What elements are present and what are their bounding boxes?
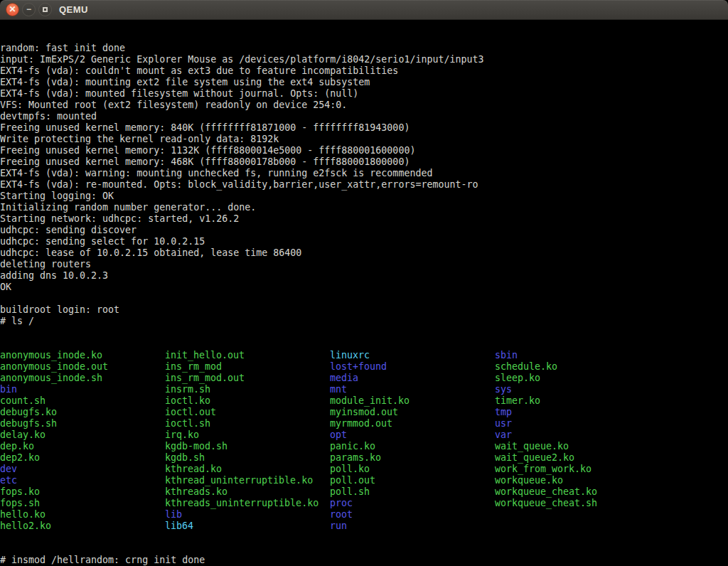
boot-log: random: fast init doneinput: ImExPS/2 Ge… [0, 43, 728, 327]
file-entry: dep2.ko [0, 452, 165, 464]
console-line: Starting network: udhcpc: started, v1.26… [0, 213, 728, 225]
file-entry: wait_queue2.ko [495, 452, 660, 464]
console-line: EXT4-fs (vda): warning: mounting uncheck… [0, 168, 728, 179]
maximize-icon [43, 7, 48, 12]
ls-column: sbinschedule.kosleep.kosystimer.kotmpusr… [495, 350, 660, 532]
file-entry: work_from_work.ko [495, 464, 660, 475]
shell-log: # insmod /hellrandom: crng init done# in… [0, 555, 728, 566]
directory-entry: lost+found [330, 361, 495, 373]
file-entry: workqueue_cheat.ko [495, 486, 660, 498]
console-line: Freeing unused kernel memory: 1132K (fff… [0, 145, 728, 156]
file-entry: anonymous_inode.sh [0, 373, 165, 384]
ls-column: anonymous_inode.koanonymous_inode.outano… [0, 350, 165, 532]
close-button[interactable]: ✕ [6, 3, 19, 16]
file-entry: kthread_uninterruptible.ko [165, 475, 330, 486]
file-entry: debugfs.ko [0, 407, 165, 418]
console-line: EXT4-fs (vda): re-mounted. Opts: block_v… [0, 179, 728, 191]
directory-entry: sys [495, 384, 660, 395]
ls-column: init_hello.outins_rm_modins_rm_mod.outin… [165, 350, 330, 532]
file-entry: ioctl.sh [165, 418, 330, 429]
directory-entry: sbin [495, 350, 660, 361]
directory-entry: proc [330, 498, 495, 509]
console-line: Freeing unused kernel memory: 840K (ffff… [0, 122, 728, 134]
directory-entry: usr [495, 418, 660, 429]
symlink-entry: lib64 [165, 520, 330, 532]
file-entry: hello.ko [0, 509, 165, 520]
console-line: udhcpc: lease of 10.0.2.15 obtained, lea… [0, 247, 728, 259]
console-line: # insmod /hellrandom: crng init done [0, 555, 728, 566]
directory-entry: media [330, 373, 495, 384]
console-line: deleting routers [0, 259, 728, 270]
directory-entry: var [495, 429, 660, 441]
file-entry: kthreads.ko [165, 486, 330, 498]
directory-entry: bin [0, 384, 165, 395]
window-title: QEMU [59, 4, 88, 15]
console-line: buildroot login: root [0, 304, 728, 316]
console-line: EXT4-fs (vda): mounting ext2 file system… [0, 77, 728, 88]
directory-entry: opt [330, 429, 495, 441]
ls-listing: anonymous_inode.koanonymous_inode.outano… [0, 350, 728, 532]
directory-entry: mnt [330, 384, 495, 395]
file-entry: workqueue_cheat.sh [495, 498, 660, 509]
file-entry: params.ko [330, 452, 495, 464]
console-line: EXT4-fs (vda): couldn't mount as ext3 du… [0, 65, 728, 77]
file-entry: insrm.sh [165, 384, 330, 395]
ls-column: linuxrclost+foundmediamntmodule_init.kom… [330, 350, 495, 532]
console-line: EXT4-fs (vda): mounted filesystem withou… [0, 88, 728, 100]
file-entry: workqueue.ko [495, 475, 660, 486]
file-entry: module_init.ko [330, 395, 495, 407]
console-line: Initializing random number generator... … [0, 202, 728, 213]
file-entry: ioctl.out [165, 407, 330, 418]
console-line [0, 293, 728, 304]
file-entry: hello2.ko [0, 520, 165, 532]
file-entry: timer.ko [495, 395, 660, 407]
console-line: Starting logging: OK [0, 191, 728, 202]
console-line: VFS: Mounted root (ext2 filesystem) read… [0, 100, 728, 111]
titlebar[interactable]: ✕ − QEMU [0, 0, 728, 20]
console-line: OK [0, 282, 728, 293]
directory-entry: dev [0, 464, 165, 475]
console-line: udhcpc: sending discover [0, 225, 728, 236]
terminal-screen[interactable]: random: fast init doneinput: ImExPS/2 Ge… [0, 20, 728, 566]
file-entry: fops.sh [0, 498, 165, 509]
minimize-button[interactable]: − [22, 3, 36, 16]
file-entry: poll.sh [330, 486, 495, 498]
console-line: Write protecting the kernel read-only da… [0, 134, 728, 145]
console-line: input: ImExPS/2 Generic Explorer Mouse a… [0, 54, 728, 65]
file-entry: ins_rm_mod.out [165, 373, 330, 384]
file-entry: wait_queue.ko [495, 441, 660, 452]
console-line: Freeing unused kernel memory: 468K (ffff… [0, 156, 728, 168]
console-line: random: fast init done [0, 43, 728, 54]
file-entry: myinsmod.out [330, 407, 495, 418]
file-entry: panic.ko [330, 441, 495, 452]
directory-entry: root [330, 509, 495, 520]
maximize-button[interactable] [38, 3, 52, 16]
file-entry: fops.ko [0, 486, 165, 498]
file-entry: ioctl.ko [165, 395, 330, 407]
minimize-icon: − [26, 5, 31, 14]
console-line: devtmpfs: mounted [0, 111, 728, 122]
file-entry: poll.ko [330, 464, 495, 475]
file-entry: anonymous_inode.out [0, 361, 165, 373]
file-entry: init_hello.out [165, 350, 330, 361]
file-entry: dep.ko [0, 441, 165, 452]
file-entry: anonymous_inode.ko [0, 350, 165, 361]
file-entry: kthreads_uninterruptible.ko [165, 498, 330, 509]
file-entry: schedule.ko [495, 361, 660, 373]
file-entry: kgdb.sh [165, 452, 330, 464]
console-line: # ls / [0, 316, 728, 327]
directory-entry: tmp [495, 407, 660, 418]
console-line: adding dns 10.0.2.3 [0, 270, 728, 282]
close-icon: ✕ [9, 5, 16, 14]
file-entry: kgdb-mod.sh [165, 441, 330, 452]
file-entry: sleep.ko [495, 373, 660, 384]
file-entry: debugfs.sh [0, 418, 165, 429]
file-entry: kthread.ko [165, 464, 330, 475]
file-entry: ins_rm_mod [165, 361, 330, 373]
qemu-window: ✕ − QEMU random: fast init doneinput: Im… [0, 0, 728, 566]
file-entry: count.sh [0, 395, 165, 407]
file-entry: irq.ko [165, 429, 330, 441]
directory-entry: lib [165, 509, 330, 520]
directory-entry: etc [0, 475, 165, 486]
file-entry: poll.out [330, 475, 495, 486]
